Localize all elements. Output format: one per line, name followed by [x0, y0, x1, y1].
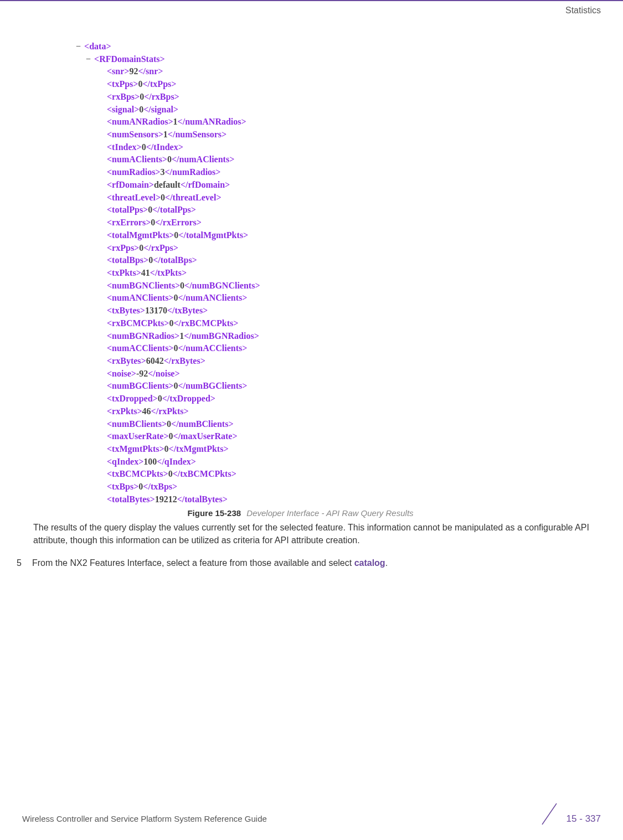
- step-text-before: From the NX2 Features Interface, select …: [32, 558, 354, 568]
- xml-line: <rxBps>0</rxBps>: [76, 91, 322, 104]
- xml-raw-output: − <data>− <RFDomainStats><snr>92</snr><t…: [76, 40, 322, 506]
- xml-line: <txDropped>0</txDropped>: [76, 393, 322, 405]
- xml-line: <numBGClients>0</numBGClients>: [76, 380, 322, 393]
- figure-label: Figure 15-238: [187, 508, 241, 518]
- xml-line: <txBytes>13170</txBytes>: [76, 305, 322, 317]
- xml-line: <numAClients>0</numAClients>: [76, 153, 322, 166]
- figure-caption: Figure 15-238 Developer Interface - API …: [0, 508, 601, 518]
- step-text-after: .: [385, 558, 388, 568]
- xml-line: <txPkts>41</txPkts>: [76, 267, 322, 280]
- xml-line: <rxPkts>46</rxPkts>: [76, 405, 322, 418]
- xml-line: <rfDomain>default</rfDomain>: [76, 179, 322, 192]
- xml-line: <snr>92</snr>: [76, 65, 322, 78]
- xml-line: <rxPps>0</rxPps>: [76, 242, 322, 255]
- xml-line: <txBCMCPkts>0</txBCMCPkts>: [76, 468, 322, 481]
- xml-line: <numRadios>3</numRadios>: [76, 166, 322, 179]
- step-5: 5From the NX2 Features Interface, select…: [17, 556, 601, 569]
- xml-line: − <RFDomainStats>: [76, 53, 322, 66]
- xml-line: <qIndex>100</qIndex>: [76, 456, 322, 468]
- xml-line: <rxBytes>6042</rxBytes>: [76, 355, 322, 368]
- xml-line: <signal>0</signal>: [76, 104, 322, 116]
- xml-line: <rxErrors>0</rxErrors>: [76, 217, 322, 229]
- footer: Wireless Controller and Service Platform…: [0, 806, 623, 828]
- xml-line: <numSensors>1</numSensors>: [76, 128, 322, 141]
- xml-line: <txMgmtPkts>0</txMgmtPkts>: [76, 443, 322, 456]
- xml-line: <totalPps>0</totalPps>: [76, 204, 322, 217]
- xml-line: <tIndex>0</tIndex>: [76, 141, 322, 154]
- xml-line: <totalBytes>19212</totalBytes>: [76, 493, 322, 506]
- figure-description: Developer Interface - API Raw Query Resu…: [246, 508, 413, 518]
- xml-line: <txPps>0</txPps>: [76, 78, 322, 91]
- xml-line: <numANClients>0</numANClients>: [76, 292, 322, 305]
- footer-guide-title: Wireless Controller and Service Platform…: [22, 814, 267, 823]
- xml-line: <numBClients>0</numBClients>: [76, 418, 322, 431]
- body-paragraph: The results of the query display the val…: [33, 521, 601, 547]
- xml-line: <noise>-92</noise>: [76, 368, 322, 380]
- xml-line: <rxBCMCPkts>0</rxBCMCPkts>: [76, 317, 322, 330]
- xml-line: <maxUserRate>0</maxUserRate>: [76, 430, 322, 443]
- xml-line: <numACClients>0</numACClients>: [76, 342, 322, 355]
- xml-line: <numBGNRadios>1</numBGNRadios>: [76, 330, 322, 343]
- step-keyword-catalog: catalog: [354, 558, 385, 568]
- xml-line: − <data>: [76, 40, 322, 53]
- footer-page-number: 15 - 337: [567, 813, 601, 824]
- xml-line: <threatLevel>0</threatLevel>: [76, 192, 322, 204]
- header-section-label: Statistics: [0, 1, 623, 16]
- xml-line: <numANRadios>1</numANRadios>: [76, 116, 322, 128]
- xml-line: <numBGNClients>0</numBGNClients>: [76, 280, 322, 292]
- xml-line: <txBps>0</txBps>: [76, 481, 322, 493]
- step-number: 5: [17, 556, 32, 569]
- xml-line: <totalMgmtPkts>0</totalMgmtPkts>: [76, 229, 322, 242]
- svg-line-0: [542, 803, 557, 824]
- footer-slash-icon: [538, 802, 561, 828]
- xml-line: <totalBps>0</totalBps>: [76, 254, 322, 267]
